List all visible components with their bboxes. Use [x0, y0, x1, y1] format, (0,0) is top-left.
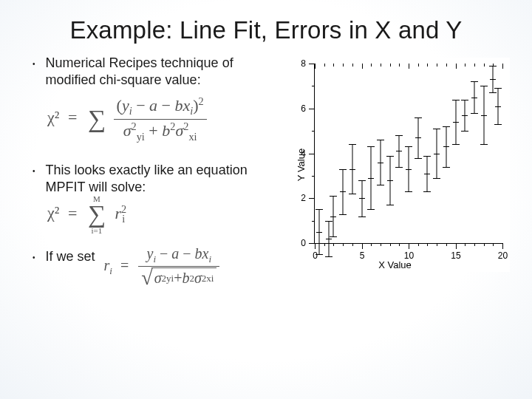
- bullet-3-text: If we set: [46, 248, 95, 265]
- bullet-1: • Numerical Recipes technique of modifie…: [33, 55, 271, 88]
- bullet-2-text: This looks exactly like an equation MPFI…: [46, 162, 271, 195]
- content-row: • Numerical Recipes technique of modifie…: [0, 55, 532, 288]
- bullet-1-text: Numerical Recipes technique of modified …: [46, 55, 271, 88]
- bullet-dot-icon: •: [33, 55, 46, 72]
- chart-xlabel: X Value: [378, 259, 412, 270]
- equation-chi2-residuals: χ² = M ∑ i=1 r2i: [47, 202, 271, 226]
- bullet-dot-icon: •: [33, 248, 46, 265]
- slide-title: Example: Line Fit, Errors in X and Y: [0, 0, 532, 55]
- bullet-2: • This looks exactly like an equation MP…: [33, 162, 271, 195]
- bullet-3-row: • If we set ri = yi − a − bxi √ σ2yi + b…: [33, 248, 271, 288]
- equation-chi2-full: χ² = ∑ (yi − a − bxi)2 σ2yi + b2σ2xi: [47, 95, 271, 143]
- chart-plot-area: 0246805101520: [314, 64, 502, 244]
- bullet-dot-icon: •: [33, 162, 46, 179]
- scatter-chart: Y Value X Value 0246805101520: [280, 58, 510, 272]
- sum-icon: M ∑ i=1: [88, 203, 106, 226]
- equation-residual-def: ri = yi − a − bxi √ σ2yi + b2σ2xi: [104, 245, 222, 288]
- sum-icon: ∑: [88, 108, 106, 131]
- left-column: • Numerical Recipes technique of modifie…: [33, 55, 280, 288]
